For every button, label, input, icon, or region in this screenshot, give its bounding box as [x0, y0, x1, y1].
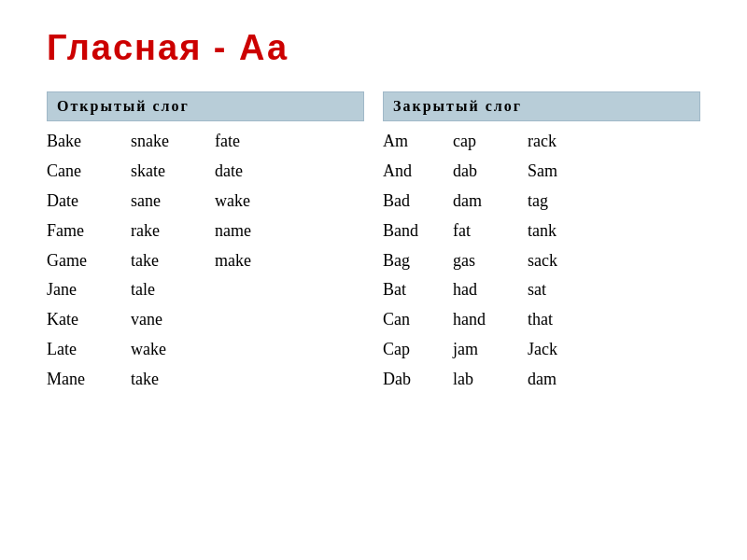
word-cell: name: [215, 218, 289, 245]
word-cell: Mane: [47, 367, 131, 393]
word-cell: Late: [47, 337, 131, 363]
word-cell: Bake: [47, 129, 131, 155]
word-cell: dab: [453, 159, 528, 185]
word-cell: fat: [453, 218, 528, 245]
table-row: Caneskatedate: [47, 157, 364, 187]
word-cell: had: [453, 277, 528, 303]
word-cell: wake: [215, 189, 289, 215]
table-row: Amcaprack: [383, 127, 700, 157]
word-cell: skate: [131, 159, 215, 185]
word-cell: make: [215, 248, 289, 274]
table-row: Datesanewake: [47, 187, 364, 217]
word-cell: dam: [453, 189, 528, 215]
word-cell: Dab: [383, 367, 453, 393]
table-row: Baddamtag: [383, 187, 700, 217]
word-cell: fate: [215, 129, 289, 155]
word-cell: Jane: [47, 277, 131, 303]
word-cell: date: [215, 159, 289, 185]
word-cell: [215, 277, 289, 303]
word-cell: Jack: [528, 337, 593, 363]
word-cell: dam: [528, 367, 593, 393]
right-table-header: Закрытый слог: [383, 91, 700, 121]
table-row: Katevane: [47, 305, 364, 335]
left-table-header: Открытый слог: [47, 91, 364, 121]
word-cell: [215, 337, 289, 363]
tables-container: Открытый слог BakesnakefateCaneskatedate…: [47, 91, 700, 399]
table-row: AnddabSam: [383, 157, 700, 187]
table-row: Manetake: [47, 365, 364, 395]
table-row: Famerakename: [47, 217, 364, 246]
word-cell: And: [383, 159, 453, 185]
word-cell: sane: [131, 189, 215, 215]
word-cell: tale: [131, 277, 215, 303]
word-cell: take: [131, 367, 215, 393]
word-cell: Cap: [383, 337, 453, 363]
word-cell: tank: [528, 218, 593, 245]
word-cell: Bat: [383, 277, 453, 303]
table-row: Bakesnakefate: [47, 127, 364, 157]
word-cell: sack: [528, 248, 593, 274]
word-cell: Cane: [47, 159, 131, 185]
word-cell: wake: [131, 337, 215, 363]
table-row: Janetale: [47, 275, 364, 305]
right-table-body: AmcaprackAnddabSamBaddamtagBandfattankBa…: [383, 123, 700, 399]
word-cell: cap: [453, 129, 528, 155]
word-cell: sat: [528, 277, 593, 303]
left-table-body: BakesnakefateCaneskatedateDatesanewakeFa…: [47, 123, 364, 399]
word-cell: tag: [528, 189, 593, 215]
table-row: Bathadsat: [383, 275, 700, 305]
word-cell: take: [131, 248, 215, 274]
table-row: Baggassack: [383, 246, 700, 276]
word-cell: vane: [131, 307, 215, 333]
word-cell: Kate: [47, 307, 131, 333]
table-row: Latewake: [47, 335, 364, 365]
word-cell: snake: [131, 129, 215, 155]
word-cell: rack: [528, 129, 593, 155]
word-cell: gas: [453, 248, 528, 274]
word-cell: Game: [47, 248, 131, 274]
word-cell: Bag: [383, 248, 453, 274]
word-cell: Band: [383, 218, 453, 245]
word-cell: Can: [383, 307, 453, 333]
word-cell: lab: [453, 367, 528, 393]
word-cell: jam: [453, 337, 528, 363]
table-row: Bandfattank: [383, 217, 700, 246]
word-cell: Bad: [383, 189, 453, 215]
table-row: CapjamJack: [383, 335, 700, 365]
word-cell: that: [528, 307, 593, 333]
page-title: Гласная - Аа: [47, 28, 700, 68]
right-table: Закрытый слог AmcaprackAnddabSamBaddamta…: [383, 91, 700, 399]
word-cell: Sam: [528, 159, 593, 185]
word-cell: Date: [47, 189, 131, 215]
word-cell: [215, 367, 289, 393]
word-cell: Am: [383, 129, 453, 155]
word-cell: Fame: [47, 218, 131, 245]
table-row: Canhandthat: [383, 305, 700, 335]
word-cell: rake: [131, 218, 215, 245]
word-cell: [215, 307, 289, 333]
table-row: Gametakemake: [47, 246, 364, 276]
left-table: Открытый слог BakesnakefateCaneskatedate…: [47, 91, 364, 399]
word-cell: hand: [453, 307, 528, 333]
table-row: Dablabdam: [383, 365, 700, 395]
